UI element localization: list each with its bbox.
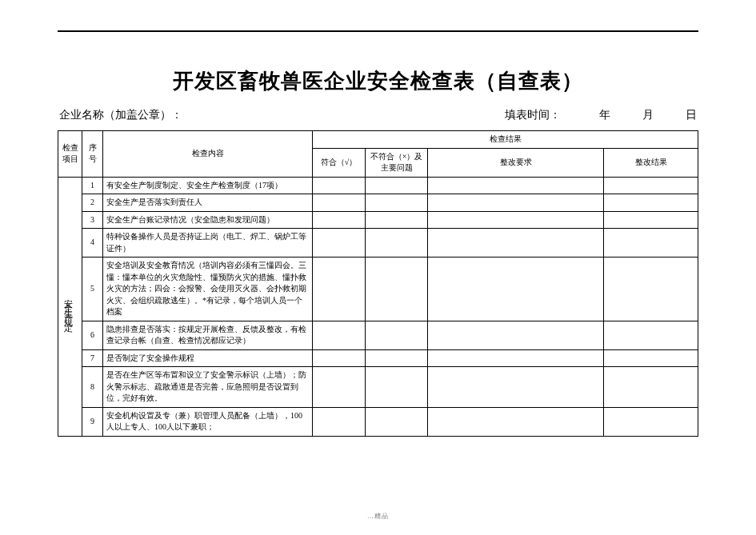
cell-conform: [313, 407, 366, 436]
cell-rectify-req: [428, 407, 604, 436]
cell-rectify-res: [604, 367, 698, 408]
category-label: 安全生产规定: [62, 292, 74, 321]
row-content: 有安全生产制度制定、安全生产检查制度（17项）: [103, 177, 313, 194]
row-content: 安全生产是否落实到责任人: [103, 194, 313, 212]
cell-not-conform: [366, 177, 428, 194]
cell-rectify-req: [428, 177, 604, 194]
table-row: 8 是否在生产区等布置和设立了安全警示标识（上墙）；防火警示标志、疏散通道是否完…: [58, 367, 698, 408]
row-content: 是否在生产区等布置和设立了安全警示标识（上墙）；防火警示标志、疏散通道是否完善，…: [103, 367, 313, 408]
row-content: 安全机构设置及专（兼）职管理人员配备（上墙），100人以上专人、100人以下兼职…: [103, 407, 313, 436]
header-row-1: 检查项目 序号 检查内容 检查结果: [58, 131, 698, 149]
cell-not-conform: [366, 229, 428, 258]
row-content: 特种设备操作人员是否持证上岗（电工、焊工、锅炉工等证件）: [103, 229, 313, 258]
cell-conform: [313, 321, 366, 349]
company-name-label: 企业名称（加盖公章）：: [59, 108, 182, 122]
cell-conform: [313, 177, 366, 194]
cell-conform: [313, 349, 366, 367]
row-index: 2: [82, 194, 103, 212]
th-rectify-req: 整改要求: [428, 148, 604, 177]
meta-row: 企业名称（加盖公章）： 填表时间： 年 月 日: [58, 108, 698, 122]
th-category: 检查项目: [58, 131, 82, 178]
row-index: 3: [82, 211, 103, 229]
cell-rectify-res: [604, 177, 698, 194]
cell-not-conform: [366, 367, 428, 408]
table-body: 安全生产规定 1 有安全生产制度制定、安全生产检查制度（17项） 2 安全生产是…: [58, 177, 698, 436]
cell-conform: [313, 211, 366, 229]
cell-not-conform: [366, 321, 428, 349]
row-index: 5: [82, 258, 103, 321]
cell-conform: [313, 229, 366, 258]
table-row: 9 安全机构设置及专（兼）职管理人员配备（上墙），100人以上专人、100人以下…: [58, 407, 698, 436]
cell-conform: [313, 367, 366, 408]
th-content: 检查内容: [103, 131, 313, 178]
cell-rectify-req: [428, 367, 604, 408]
row-content: 隐患排查是否落实：按规定开展检查、反馈及整改，有检查记录台帐（自查、检查情况都应…: [103, 321, 313, 349]
fill-date-field: 填表时间： 年 月 日: [505, 108, 697, 122]
company-name-field: 企业名称（加盖公章）：: [59, 108, 182, 122]
cell-rectify-req: [428, 194, 604, 212]
th-result-group: 检查结果: [313, 131, 698, 149]
row-index: 9: [82, 407, 103, 436]
row-index: 1: [82, 177, 103, 194]
table-row: 7 是否制定了安全操作规程: [58, 349, 698, 367]
cell-rectify-req: [428, 349, 604, 367]
cell-conform: [313, 258, 366, 321]
table-row: 安全生产规定 1 有安全生产制度制定、安全生产检查制度（17项）: [58, 177, 698, 194]
cell-rectify-req: [428, 321, 604, 349]
fill-date-label: 填表时间：: [505, 108, 561, 122]
year-unit: 年: [599, 108, 610, 122]
row-content: 是否制定了安全操作规程: [103, 349, 313, 367]
cell-rectify-res: [604, 321, 698, 349]
category-cell: 安全生产规定: [58, 177, 82, 436]
row-content: 安全生产台账记录情况（安全隐患和发现问题）: [103, 211, 313, 229]
th-rectify-res: 整改结果: [604, 148, 698, 177]
table-row: 3 安全生产台账记录情况（安全隐患和发现问题）: [58, 211, 698, 229]
row-index: 8: [82, 367, 103, 408]
table-row: 6 隐患排查是否落实：按规定开展检查、反馈及整改，有检查记录台帐（自查、检查情况…: [58, 321, 698, 349]
cell-rectify-req: [428, 211, 604, 229]
cell-rectify-req: [428, 229, 604, 258]
cell-conform: [313, 194, 366, 212]
row-index: 6: [82, 321, 103, 349]
day-unit: 日: [686, 108, 697, 122]
th-index: 序号: [82, 131, 103, 178]
cell-not-conform: [366, 258, 428, 321]
cell-rectify-res: [604, 194, 698, 212]
cell-rectify-res: [604, 211, 698, 229]
cell-rectify-res: [604, 258, 698, 321]
table-row: 4 特种设备操作人员是否持证上岗（电工、焊工、锅炉工等证件）: [58, 229, 698, 258]
month-unit: 月: [642, 108, 654, 122]
table-row: 2 安全生产是否落实到责任人: [58, 194, 698, 212]
cell-not-conform: [366, 211, 428, 229]
row-index: 4: [82, 229, 103, 258]
cell-rectify-req: [428, 258, 604, 321]
table-row: 5 安全培训及安全教育情况（培训内容必须有三懂四会。三懂：懂本单位的火灾危险性、…: [58, 258, 698, 321]
top-horizontal-rule: [58, 30, 698, 32]
inspection-table: 检查项目 序号 检查内容 检查结果 符合（√） 不符合（×）及主要问题 整改要求…: [58, 130, 698, 437]
cell-not-conform: [366, 349, 428, 367]
cell-rectify-res: [604, 349, 698, 367]
row-content: 安全培训及安全教育情况（培训内容必须有三懂四会。三懂：懂本单位的火灾危险性、懂预…: [103, 258, 313, 321]
page-title: 开发区畜牧兽医企业安全检查表（自查表）: [58, 67, 698, 95]
th-not-conform: 不符合（×）及主要问题: [366, 148, 428, 177]
cell-not-conform: [366, 407, 428, 436]
cell-rectify-res: [604, 229, 698, 258]
cell-rectify-res: [604, 407, 698, 436]
th-conform: 符合（√）: [313, 148, 366, 177]
cell-not-conform: [366, 194, 428, 212]
row-index: 7: [82, 349, 103, 367]
footer-watermark: …精品: [367, 512, 389, 521]
